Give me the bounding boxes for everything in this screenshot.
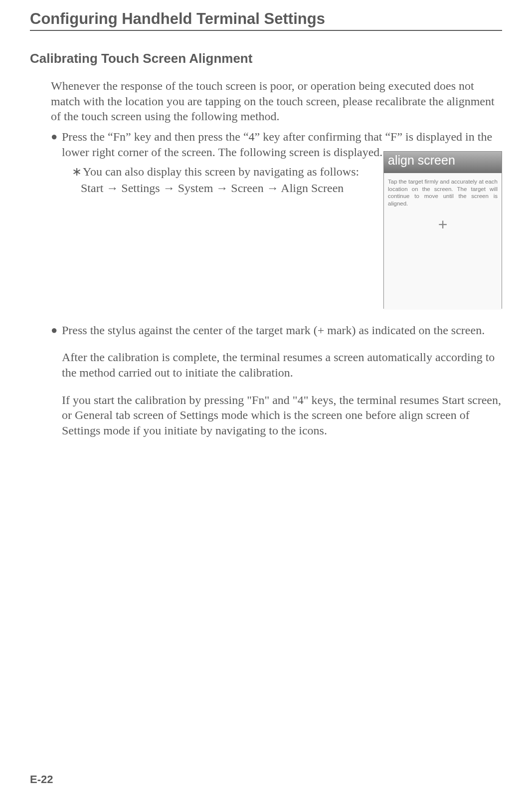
arrow-icon: →	[163, 181, 175, 195]
paragraph-after-calibration: After the calibration is complete, the t…	[62, 350, 502, 380]
asterisk-icon: ∗	[72, 164, 83, 180]
align-screen-screenshot: align screen Tap the target firmly and a…	[383, 151, 502, 309]
screenshot-instructions: Tap the target firmly and accurately at …	[388, 178, 498, 208]
asterisk-text: You can also display this screen by navi…	[83, 164, 373, 180]
nav-settings: Settings	[121, 182, 160, 195]
nav-screen: Screen	[231, 182, 263, 195]
target-cross-icon: +	[388, 215, 498, 234]
asterisk-note: ∗ You can also display this screen by na…	[72, 164, 373, 180]
screenshot-titlebar: align screen	[384, 152, 502, 173]
bullet-icon: ●	[51, 323, 62, 338]
arrow-icon: →	[216, 181, 228, 195]
nav-system: System	[178, 182, 213, 195]
bullet-text-2: Press the stylus against the center of t…	[62, 323, 502, 338]
nav-start: Start	[81, 182, 103, 195]
section-heading: Calibrating Touch Screen Alignment	[30, 51, 502, 66]
paragraph-resume-behavior: If you start the calibration by pressing…	[62, 393, 502, 438]
arrow-icon: →	[106, 181, 118, 195]
bullet-icon: ●	[51, 129, 62, 160]
nav-align: Align Screen	[281, 182, 344, 195]
bullet-item-2: ● Press the stylus against the center of…	[51, 323, 502, 338]
document-title: Configuring Handheld Terminal Settings	[30, 10, 502, 31]
page-number: E-22	[30, 773, 53, 786]
intro-paragraph: Whenever the response of the touch scree…	[51, 78, 502, 124]
arrow-icon: →	[267, 181, 279, 195]
navigation-path: Start → Settings → System → Screen → Ali…	[81, 179, 373, 197]
